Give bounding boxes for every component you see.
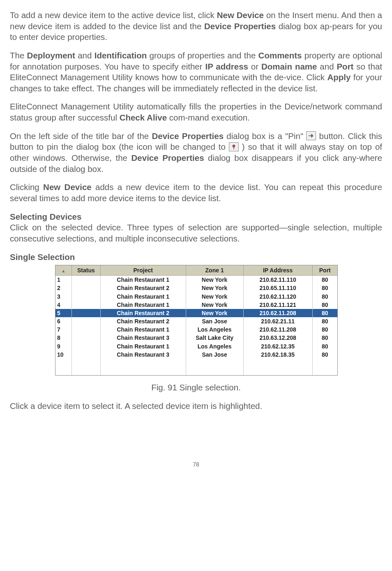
cell-ip: 210.62.11.121 xyxy=(243,301,312,309)
cell-ip: 210.65.11.110 xyxy=(243,284,312,292)
table-row[interactable]: 8Chain Restaurant 3Salt Lake City210.63.… xyxy=(55,334,337,342)
pin-vertical-icon xyxy=(229,142,239,151)
col-port[interactable]: Port xyxy=(312,265,337,276)
cell-port: 80 xyxy=(312,276,337,284)
cell-status xyxy=(71,309,100,317)
paragraph-2: The Deployment and Identification groups… xyxy=(10,50,382,94)
paragraph-6: Click on the selected device. Three type… xyxy=(10,222,382,244)
cell-ip: 210.62.11.208 xyxy=(243,325,312,334)
cell-index: 6 xyxy=(55,317,71,325)
bold: Domain name xyxy=(261,62,317,71)
cell-port: 80 xyxy=(312,317,337,325)
text: and xyxy=(317,62,337,71)
cell-ip: 210.62.18.35 xyxy=(243,350,312,359)
cell-ip: 210.62.11.110 xyxy=(243,276,312,284)
table-row[interactable]: 7Chain Restaurant 1Los Angeles210.62.11.… xyxy=(55,325,337,334)
cell-index: 3 xyxy=(55,292,71,301)
sort-asc-icon: ▲ xyxy=(62,269,66,273)
text: or xyxy=(248,62,261,71)
table-row[interactable]: 9Chain Restaurant 1Los Angeles210.62.12.… xyxy=(55,342,337,350)
cell-ip: 210.62.12.35 xyxy=(243,342,312,350)
bold: Comments xyxy=(258,51,302,60)
cell-port: 80 xyxy=(312,301,337,309)
cell-project: Chain Restaurant 1 xyxy=(100,276,186,284)
text: The xyxy=(10,51,27,60)
cell-port: 80 xyxy=(312,325,337,334)
table-row[interactable]: 10Chain Restaurant 3San Jose210.62.18.35… xyxy=(55,350,337,359)
cell-status xyxy=(71,317,100,325)
text: groups of properties and the xyxy=(147,51,258,60)
cell-status xyxy=(71,350,100,359)
bold: Identification xyxy=(95,51,147,60)
text: com-mand execution. xyxy=(167,113,250,122)
cell-port: 80 xyxy=(312,350,337,359)
cell-port: 80 xyxy=(312,342,337,350)
cell-ip: 210.63.12.208 xyxy=(243,334,312,342)
col-status[interactable]: Status xyxy=(71,265,100,276)
pin-horizontal-icon xyxy=(306,131,316,140)
cell-zone: Salt Lake City xyxy=(186,334,243,342)
paragraph-5: Clicking New Device adds a new device it… xyxy=(10,182,382,204)
bold: Device Properties xyxy=(152,131,224,141)
figure-caption: Fig. 91 Single selection. xyxy=(10,382,382,393)
col-zone[interactable]: Zone 1 xyxy=(186,265,243,276)
bold: Check Alive xyxy=(120,113,167,122)
cell-index: 7 xyxy=(55,325,71,334)
cell-status xyxy=(71,292,100,301)
cell-status xyxy=(71,334,100,342)
table-row[interactable]: 2Chain Restaurant 2New York210.65.11.110… xyxy=(55,284,337,292)
cell-index: 8 xyxy=(55,334,71,342)
cell-status xyxy=(71,301,100,309)
text: and xyxy=(75,51,95,60)
cell-project: Chain Restaurant 3 xyxy=(100,350,186,359)
text: dialog box is a "Pin" xyxy=(224,131,306,141)
paragraph-7: Click a device item to select it. A sele… xyxy=(10,401,382,412)
paragraph-3: EliteConnect Management Utility automati… xyxy=(10,101,382,123)
bold: New Device xyxy=(43,182,92,192)
cell-project: Chain Restaurant 1 xyxy=(100,292,186,301)
cell-zone: San Jose xyxy=(186,317,243,325)
cell-ip: 210.62.21.11 xyxy=(243,317,312,325)
cell-status xyxy=(71,342,100,350)
cell-index: 1 xyxy=(55,276,71,284)
svg-point-0 xyxy=(233,145,235,147)
cell-zone: New York xyxy=(186,301,243,309)
col-ip[interactable]: IP Address xyxy=(243,265,312,276)
table-row[interactable]: 6Chain Restaurant 2San Jose210.62.21.118… xyxy=(55,317,337,325)
cell-project: Chain Restaurant 2 xyxy=(100,317,186,325)
table-row[interactable] xyxy=(55,359,337,367)
cell-project: Chain Restaurant 1 xyxy=(100,325,186,334)
cell-port: 80 xyxy=(312,334,337,342)
table-row[interactable]: 5Chain Restaurant 2New York210.62.11.208… xyxy=(55,309,337,317)
table-row[interactable] xyxy=(55,367,337,375)
cell-zone: New York xyxy=(186,292,243,301)
cell-project: Chain Restaurant 3 xyxy=(100,334,186,342)
col-project[interactable]: Project xyxy=(100,265,186,276)
bold: Apply xyxy=(327,72,350,82)
cell-project: Chain Restaurant 1 xyxy=(100,342,186,350)
text: On the left side of the title bar of the xyxy=(10,131,152,141)
cell-index: 5 xyxy=(55,309,71,317)
device-table: ▲ Status Project Zone 1 IP Address Port … xyxy=(55,265,338,376)
text: To add a new device item to the active d… xyxy=(10,10,217,20)
bold: Port xyxy=(337,62,353,71)
table-row[interactable]: 3Chain Restaurant 1New York210.62.11.120… xyxy=(55,292,337,301)
heading-selecting-devices: Selecting Devices xyxy=(10,211,382,223)
bold: Device Properties xyxy=(204,21,276,31)
cell-zone: Los Angeles xyxy=(186,342,243,350)
table-row[interactable]: 1Chain Restaurant 1New York210.62.11.110… xyxy=(55,276,337,284)
bold: Deployment xyxy=(27,51,75,60)
bold: Device Properties xyxy=(131,153,204,162)
cell-zone: Los Angeles xyxy=(186,325,243,334)
page-number: 78 xyxy=(10,461,382,468)
col-index[interactable]: ▲ xyxy=(55,265,71,276)
cell-index: 4 xyxy=(55,301,71,309)
bold: IP address xyxy=(205,62,248,71)
cell-project: Chain Restaurant 1 xyxy=(100,301,186,309)
cell-port: 80 xyxy=(312,284,337,292)
cell-status xyxy=(71,276,100,284)
cell-index: 2 xyxy=(55,284,71,292)
cell-project: Chain Restaurant 2 xyxy=(100,284,186,292)
table-row[interactable]: 4Chain Restaurant 1New York210.62.11.121… xyxy=(55,301,337,309)
cell-ip: 210.62.11.208 xyxy=(243,309,312,317)
